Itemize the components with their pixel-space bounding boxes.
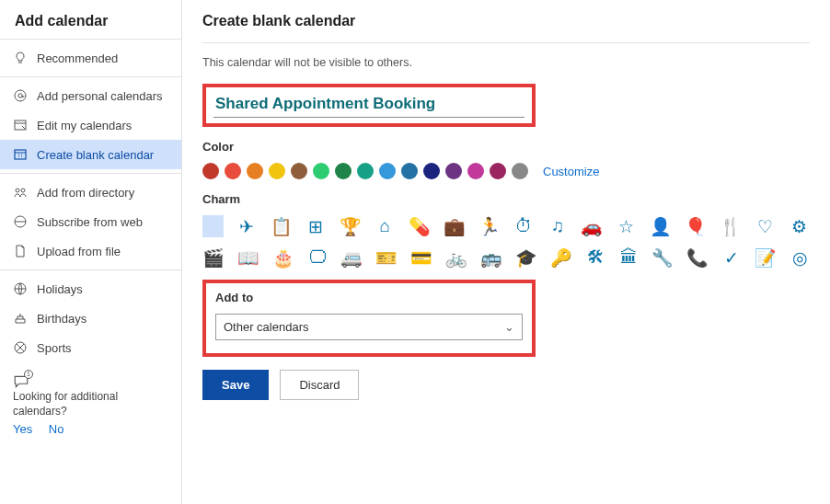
sidebar-item-edit[interactable]: Edit my calendars <box>0 110 181 140</box>
divider <box>202 42 810 43</box>
customize-link[interactable]: Customize <box>543 165 599 178</box>
color-swatch-3[interactable] <box>269 163 285 179</box>
charm-pill-icon[interactable]: 💊 <box>409 215 431 237</box>
sidebar-item-label: Birthdays <box>37 312 86 326</box>
feedback-icon: 1 <box>13 373 29 390</box>
charm-bus-icon[interactable]: 🚌 <box>480 246 502 269</box>
add-to-highlight: Add to Other calendars ⌄ <box>202 280 536 357</box>
charm-none[interactable] <box>202 215 224 237</box>
color-swatch-13[interactable] <box>490 163 506 179</box>
charm-film-icon[interactable]: 🎬 <box>202 246 225 269</box>
edit-calendar-icon <box>13 118 28 132</box>
charm-music-icon[interactable]: ♫ <box>547 215 568 237</box>
charm-clipboard-icon[interactable]: 📋 <box>271 215 293 237</box>
lightbulb-icon <box>13 51 28 65</box>
sports-icon <box>13 340 28 355</box>
charm-briefcase-icon[interactable]: 💼 <box>444 215 466 237</box>
color-swatch-14[interactable] <box>512 163 528 179</box>
sidebar-item-add-personal[interactable]: Add personal calendars <box>0 81 181 110</box>
charm-stopwatch-icon[interactable]: ⏱ <box>513 215 535 237</box>
color-swatch-2[interactable] <box>247 163 263 179</box>
charm-note-icon[interactable]: 📝 <box>755 246 777 269</box>
addto-select[interactable]: Other calendars ⌄ <box>215 314 523 340</box>
color-swatch-11[interactable] <box>445 163 462 179</box>
sidebar-item-directory[interactable]: Add from directory <box>0 178 181 207</box>
svg-point-5 <box>21 189 25 192</box>
color-swatch-9[interactable] <box>401 163 418 179</box>
sidebar-item-label: Sports <box>37 341 72 355</box>
color-swatch-0[interactable] <box>202 163 219 179</box>
subtitle: This calendar will not be visible to oth… <box>202 56 810 69</box>
page-title: Create blank calendar <box>202 13 810 42</box>
color-swatch-5[interactable] <box>313 163 329 179</box>
sidebar: Add calendar Recommended Add personal ca… <box>0 0 182 504</box>
cake-icon <box>13 311 28 326</box>
charm-star-icon[interactable]: ☆ <box>616 215 637 237</box>
calendar-name-input[interactable] <box>213 91 525 118</box>
charm-ticket-icon[interactable]: 🎫 <box>375 246 398 269</box>
color-swatch-1[interactable] <box>225 163 241 179</box>
charm-car-icon[interactable]: 🚗 <box>581 215 603 237</box>
sidebar-item-label: Edit my calendars <box>37 119 132 132</box>
charm-trophy-icon[interactable]: 🏆 <box>340 215 362 237</box>
sidebar-item-subscribe[interactable]: Subscribe from web <box>0 207 181 236</box>
charm-cake-icon[interactable]: 🎂 <box>272 246 294 269</box>
charm-check-icon[interactable]: ✓ <box>721 246 742 269</box>
color-swatch-6[interactable] <box>335 163 352 179</box>
charm-phone-icon[interactable]: 📞 <box>686 246 709 269</box>
charm-bank-icon[interactable]: 🏛 <box>618 246 639 269</box>
charm-key-icon[interactable]: 🔑 <box>550 246 572 269</box>
people-icon <box>13 185 28 200</box>
color-swatch-7[interactable] <box>357 163 374 179</box>
sidebar-item-holidays[interactable]: Holidays <box>0 274 181 304</box>
charm-tools-icon[interactable]: 🛠 <box>585 246 605 269</box>
main-panel: Create blank calendar This calendar will… <box>182 0 830 504</box>
svg-point-1 <box>18 94 22 97</box>
charm-fork-icon[interactable]: 🍴 <box>720 215 742 237</box>
charm-graduation-icon[interactable]: 🎓 <box>515 246 537 269</box>
sidebar-item-recommended[interactable]: Recommended <box>0 43 181 73</box>
charm-balloon-icon[interactable]: 🎈 <box>685 215 707 237</box>
save-button[interactable]: Save <box>202 370 269 400</box>
calendar-name-highlight <box>202 84 536 127</box>
discard-button[interactable]: Discard <box>280 370 359 400</box>
color-picker: Customize <box>202 163 810 179</box>
blank-calendar-icon <box>13 147 28 162</box>
charm-gear-icon[interactable]: ⚙ <box>789 215 810 237</box>
color-swatch-10[interactable] <box>423 163 440 179</box>
svg-rect-3 <box>15 150 26 159</box>
sidebar-item-create-blank[interactable]: Create blank calendar <box>0 140 181 169</box>
sidebar-item-label: Holidays <box>37 282 83 296</box>
color-swatch-4[interactable] <box>291 163 307 179</box>
charm-heart-icon[interactable]: ♡ <box>755 215 776 237</box>
link-icon <box>13 214 28 229</box>
svg-point-4 <box>16 189 19 192</box>
charm-book-icon[interactable]: 📖 <box>237 246 259 269</box>
charm-firstaid-icon[interactable]: ⊞ <box>305 215 327 237</box>
prompt-no-link[interactable]: No <box>49 422 64 436</box>
sidebar-item-label: Upload from file <box>37 245 121 258</box>
additional-prompt: Looking for additional calendars? <box>13 390 168 418</box>
charm-monitor-icon[interactable]: 🖵 <box>307 246 328 269</box>
sidebar-item-birthdays[interactable]: Birthdays <box>0 304 181 333</box>
sidebar-item-upload[interactable]: Upload from file <box>0 236 181 266</box>
charm-card-icon[interactable]: 💳 <box>410 246 432 269</box>
charm-target-icon[interactable]: ◎ <box>790 246 810 269</box>
prompt-yes-link[interactable]: Yes <box>13 422 32 436</box>
charm-person-icon[interactable]: 👤 <box>650 215 672 237</box>
sidebar-item-sports[interactable]: Sports <box>0 333 181 362</box>
charm-running-icon[interactable]: 🏃 <box>478 215 501 237</box>
charm-home-icon[interactable]: ⌂ <box>375 215 396 237</box>
color-swatch-12[interactable] <box>467 163 484 179</box>
charm-van-icon[interactable]: 🚐 <box>340 246 363 269</box>
addto-label: Add to <box>215 291 523 304</box>
charm-wrench-icon[interactable]: 🔧 <box>651 246 674 269</box>
sidebar-item-label: Add personal calendars <box>37 89 163 103</box>
charm-bike-icon[interactable]: 🚲 <box>445 246 467 269</box>
addto-value: Other calendars <box>224 320 309 334</box>
charm-plane-icon[interactable]: ✈ <box>236 215 258 237</box>
color-swatch-8[interactable] <box>379 163 396 179</box>
sidebar-title: Add calendar <box>0 0 181 39</box>
mention-icon <box>13 88 28 103</box>
color-label: Color <box>202 140 810 154</box>
